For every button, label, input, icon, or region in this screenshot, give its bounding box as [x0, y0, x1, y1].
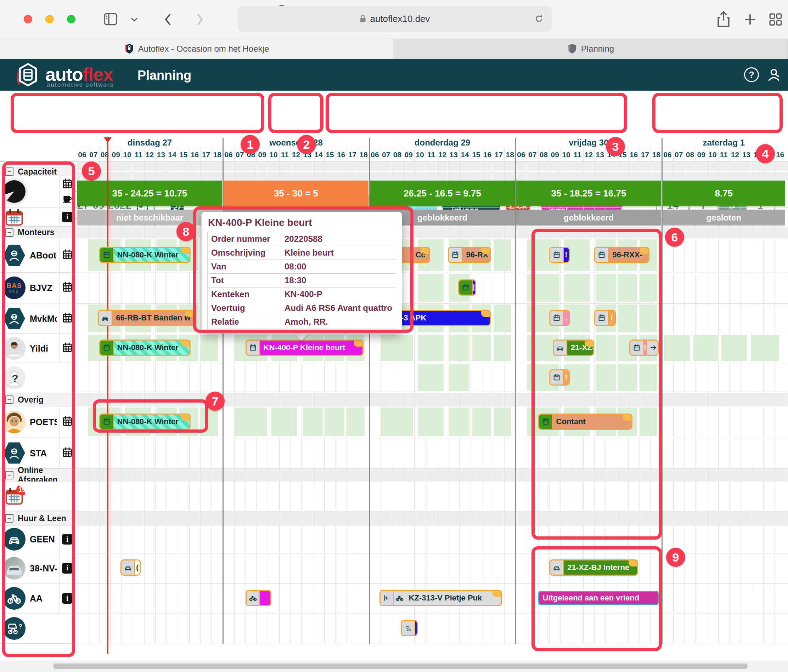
- annotation-number-3: 3: [606, 137, 625, 156]
- capacity-bar-day-3[interactable]: 35 - 18.25 = 16.75: [516, 181, 661, 206]
- event-tiny[interactable]: [401, 620, 418, 636]
- availability-band: [418, 335, 443, 361]
- browser-tab-bar: Autoflex - Occasion om het Hoekje Planni…: [0, 39, 788, 59]
- new-tab-icon[interactable]: [744, 13, 757, 26]
- tab-autoflex-occasion[interactable]: Autoflex - Occasion om het Hoekje: [0, 39, 394, 59]
- hour-cell: 18: [504, 148, 516, 162]
- tab-favicon: [568, 44, 577, 54]
- capacity-bar-day-1[interactable]: 35 - 30 = 5: [224, 181, 369, 206]
- event-nn-080-k-winter[interactable]: NN-080-K Winter: [99, 247, 191, 263]
- availability-band: [664, 335, 690, 361]
- screenshot-stage: 1 autoflex10.dev Autoflex - Occasion om …: [0, 0, 788, 672]
- hour-cell: 12: [437, 148, 448, 162]
- capacity-bar-day-4[interactable]: 8.75: [662, 181, 785, 206]
- day-header-0[interactable]: dinsdag 27: [76, 137, 223, 148]
- availability-band: [494, 407, 511, 436]
- timeline-section-band: [76, 511, 788, 526]
- timeline-spacer-strip: [76, 162, 788, 181]
- annotation-box-1: [11, 93, 264, 133]
- sidebar-top-corner: [0, 137, 75, 162]
- event-label: KN-400-P Kleine beurt: [260, 343, 363, 352]
- current-time-marker: [104, 137, 111, 143]
- annotation-box-9: [531, 546, 662, 651]
- hour-cell: 07: [381, 148, 392, 162]
- scrollbar-thumb[interactable]: [53, 664, 748, 669]
- status-bar-day-4[interactable]: gesloten: [662, 209, 785, 225]
- hour-cell: 16: [335, 148, 347, 162]
- annotation-box-3: [326, 93, 627, 133]
- car-icon: [122, 561, 135, 575]
- tab-overview-icon[interactable]: [769, 13, 782, 26]
- event-66-rb-bt-banden-w[interactable]: 66-RB-BT Banden w: [98, 310, 194, 326]
- availability-band: [449, 335, 469, 361]
- hour-cell: 08: [685, 148, 696, 162]
- hour-cell: 17: [200, 148, 211, 162]
- day-boundary: [515, 138, 516, 643]
- event-96-rx[interactable]: 96-RX: [448, 247, 491, 263]
- hour-cell: 11: [279, 148, 291, 162]
- event-tiny[interactable]: (: [121, 559, 141, 576]
- event-segment: [415, 621, 417, 635]
- zoom-window-button[interactable]: [67, 15, 75, 23]
- cars-icon: [402, 621, 415, 635]
- hour-cell: 09: [549, 148, 561, 162]
- capacity-bar-day-0[interactable]: 35 - 24.25 = 10.75: [77, 181, 222, 206]
- hour-cell: 17: [640, 148, 651, 162]
- annotation-box-7: [93, 399, 208, 433]
- event-notch: [181, 248, 189, 254]
- availability-band: [751, 335, 779, 361]
- hour-cell: 14: [459, 148, 470, 162]
- user-icon[interactable]: [766, 67, 782, 83]
- annotation-number-1: 1: [241, 135, 260, 154]
- hour-cell: 09: [403, 148, 414, 162]
- availability-band: [303, 407, 323, 436]
- hour-cell: 06: [369, 148, 381, 162]
- tab-planning[interactable]: Planning: [394, 39, 788, 59]
- annotation-number-7: 7: [205, 391, 225, 411]
- chevron-down-icon[interactable]: [130, 17, 138, 22]
- availability-band: [381, 407, 413, 436]
- event-tiny[interactable]: |: [458, 279, 476, 296]
- annotation-number-6: 6: [665, 228, 684, 247]
- forward-button[interactable]: [195, 13, 204, 26]
- row-divider: [0, 363, 788, 363]
- car-icon: [99, 311, 112, 325]
- day-header-2[interactable]: donderdag 29: [369, 137, 516, 148]
- event-kz-313-v-pietje-puk[interactable]: KZ-313-V Pietje Puk: [380, 590, 502, 606]
- minimize-window-button[interactable]: [45, 15, 54, 23]
- annotation-number-9: 9: [666, 548, 685, 567]
- hour-cell: 10: [268, 148, 279, 162]
- spacer-gap: [76, 171, 788, 172]
- help-icon[interactable]: ?: [744, 67, 759, 82]
- event-kn-400-p-kleine-beurt[interactable]: KN-400-P Kleine beurt: [246, 339, 364, 356]
- hour-cell: 16: [189, 148, 200, 162]
- status-bar-day-3[interactable]: geblokkeerd: [516, 209, 661, 225]
- event-tiny[interactable]: [246, 590, 272, 606]
- hour-cell: 07: [527, 148, 538, 162]
- capacity-bar-day-2[interactable]: 26.25 - 16.5 = 9.75: [370, 181, 515, 206]
- hour-cell: 13: [740, 148, 752, 162]
- event-notch: [181, 341, 189, 347]
- event-notch: [185, 311, 194, 317]
- sidebar-toggle-icon[interactable]: [103, 13, 118, 25]
- hour-cell: 09: [696, 148, 707, 162]
- availability-band: [347, 407, 365, 436]
- annotation-box-6: [531, 229, 662, 540]
- reload-icon[interactable]: [534, 14, 543, 23]
- url-bar[interactable]: autoflex10.dev: [237, 6, 552, 32]
- hour-cell: 18: [358, 148, 369, 162]
- hour-cell: 18: [211, 148, 223, 162]
- day-header-3[interactable]: vrijdag 30: [516, 137, 662, 148]
- annotation-number-8: 8: [176, 222, 195, 241]
- close-window-button[interactable]: [24, 15, 32, 23]
- availability-band: [381, 335, 413, 361]
- availability-band: [272, 407, 297, 436]
- url-text: autoflex10.dev: [370, 13, 430, 24]
- event-label: NN-080-K Winter: [114, 343, 190, 352]
- annotation-box-2: [268, 93, 324, 133]
- back-button[interactable]: [164, 13, 172, 26]
- row-divider: [0, 511, 788, 511]
- share-icon[interactable]: [717, 11, 731, 28]
- row-divider: [0, 468, 788, 469]
- event-nn-080-k-winter[interactable]: NN-080-K Winter: [99, 339, 191, 356]
